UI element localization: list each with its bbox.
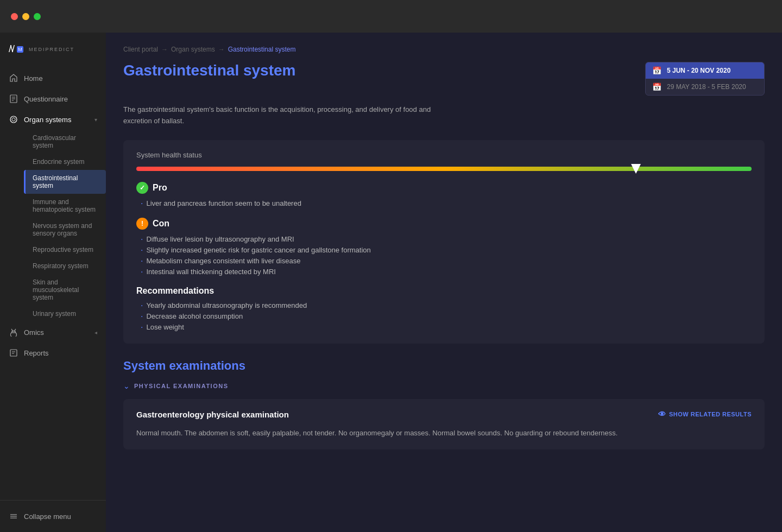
svg-rect-8 <box>10 350 17 356</box>
health-bar-container <box>136 167 752 171</box>
date-secondary: 29 MAY 2018 - 5 FEB 2020 <box>667 83 746 91</box>
traffic-light-red[interactable] <box>11 13 18 20</box>
physical-examinations-header[interactable]: ⌄ PHYSICAL EXAMINATIONS <box>123 382 765 390</box>
recommendations-section: Recommendations Yearly abdominal ultraso… <box>136 286 752 333</box>
logo-text: MEDIPREDICT <box>29 47 74 52</box>
show-results-button[interactable]: 👁 SHOW RELATED RESULTS <box>658 410 752 419</box>
sidebar-item-questionnaire[interactable]: Questionnaire <box>0 88 106 109</box>
breadcrumb: Client portal → Organ systems → Gastroin… <box>123 46 765 53</box>
collapse-menu-label: Collapse menu <box>24 512 71 521</box>
submenu-cardiovascular[interactable]: Cardiovascular system <box>24 130 106 154</box>
sidebar-item-omics-label: Omics <box>24 328 44 337</box>
calendar-icon-secondary: 📅 <box>652 83 661 91</box>
questionnaire-icon <box>9 94 18 104</box>
omics-chevron: ◂ <box>94 330 97 335</box>
logo: /\/ M MEDIPREDICT <box>0 43 106 68</box>
breadcrumb-organ-systems[interactable]: Organ systems <box>171 46 215 53</box>
examinations-section: System examinations ⌄ PHYSICAL EXAMINATI… <box>123 359 765 450</box>
pro-label: ✓ Pro <box>136 182 752 194</box>
con-item-3: Metabolism changes consistent with liver… <box>141 256 752 267</box>
main-content: Client portal → Organ systems → Gastroin… <box>106 33 782 532</box>
pro-list: Liver and pancreas function seem to be u… <box>136 198 752 209</box>
page-description: The gastrointestinal system's basic func… <box>123 104 449 127</box>
home-icon <box>9 73 18 83</box>
date-row-secondary[interactable]: 📅 29 MAY 2018 - 5 FEB 2020 <box>646 79 764 95</box>
logo-icon: M <box>17 46 23 53</box>
rec-item-2: Decrease alcohol consumption <box>141 311 752 322</box>
submenu-gastrointestinal[interactable]: Gastrointestinal system <box>24 170 106 194</box>
con-list: Diffuse liver lesion by ultrasonography … <box>136 234 752 277</box>
health-bar <box>136 167 752 171</box>
con-item-4: Intestinal wall thickening detected by M… <box>141 267 752 277</box>
submenu-endocrine[interactable]: Endocrine system <box>24 154 106 170</box>
app-layout: /\/ M MEDIPREDICT Home Qu <box>0 33 782 532</box>
con-item-2: Slightly increased genetic risk for gast… <box>141 245 752 256</box>
eye-icon: 👁 <box>658 410 666 419</box>
submenu-respiratory[interactable]: Respiratory system <box>24 258 106 274</box>
sidebar-item-questionnaire-label: Questionnaire <box>24 95 68 103</box>
pro-item-1: Liver and pancreas function seem to be u… <box>141 198 752 209</box>
traffic-light-yellow[interactable] <box>22 13 29 20</box>
collapse-icon <box>9 511 18 521</box>
sidebar-item-home[interactable]: Home <box>0 68 106 88</box>
pro-section: ✓ Pro Liver and pancreas function seem t… <box>136 182 752 209</box>
exam-card-header: Gastroenterology physical examination 👁 … <box>136 410 752 419</box>
page-header: Gastrointestinal system 📅 5 JUN - 20 NOV… <box>123 62 765 96</box>
health-status-card: System health status ✓ Pro Liver and pan… <box>123 140 765 344</box>
recommendations-list: Yearly abdominal ultrasonography is reco… <box>136 300 752 333</box>
svg-point-4 <box>10 116 17 123</box>
breadcrumb-client-portal[interactable]: Client portal <box>123 46 158 53</box>
organ-systems-icon <box>9 115 18 124</box>
show-results-label: SHOW RELATED RESULTS <box>669 411 752 417</box>
date-selector[interactable]: 📅 5 JUN - 20 NOV 2020 📅 29 MAY 2018 - 5 … <box>645 62 765 96</box>
health-indicator <box>631 164 641 174</box>
date-primary: 5 JUN - 20 NOV 2020 <box>667 67 730 74</box>
sidebar: /\/ M MEDIPREDICT Home Qu <box>0 33 106 532</box>
con-item-1: Diffuse liver lesion by ultrasonography … <box>141 234 752 245</box>
reports-icon <box>9 348 18 358</box>
submenu-reproductive[interactable]: Reproductive system <box>24 242 106 258</box>
traffic-light-green[interactable] <box>34 13 41 20</box>
date-row-primary[interactable]: 📅 5 JUN - 20 NOV 2020 <box>646 62 764 79</box>
sidebar-item-omics[interactable]: Omics ◂ <box>0 322 106 343</box>
submenu-nervous[interactable]: Nervous system and sensory organs <box>24 218 106 242</box>
breadcrumb-arrow-1: → <box>161 46 168 53</box>
health-status-title: System health status <box>136 151 752 159</box>
logo-symbol: /\/ <box>9 43 14 55</box>
breadcrumb-arrow-2: → <box>218 46 225 53</box>
submenu-skin[interactable]: Skin and musculoskeletal system <box>24 274 106 306</box>
physical-label: PHYSICAL EXAMINATIONS <box>134 383 229 389</box>
svg-rect-11 <box>10 514 17 515</box>
collapse-menu-button[interactable]: Collapse menu <box>0 506 106 527</box>
con-label: ! Con <box>136 218 752 230</box>
examinations-title: System examinations <box>123 359 765 373</box>
svg-rect-13 <box>10 518 17 519</box>
exam-card-gastroenterology: Gastroenterology physical examination 👁 … <box>123 399 765 450</box>
sidebar-item-organ-systems[interactable]: Organ systems ▾ <box>0 109 106 130</box>
submenu-immune[interactable]: Immune and hematopoietic system <box>24 194 106 218</box>
submenu-urinary[interactable]: Urinary system <box>24 306 106 322</box>
titlebar <box>0 0 782 33</box>
sidebar-item-reports[interactable]: Reports <box>0 343 106 363</box>
exam-description: Normal mouth. The abdomen is soft, easil… <box>136 428 752 439</box>
organ-systems-submenu: Cardiovascular system Endocrine system G… <box>0 130 106 322</box>
organ-systems-chevron: ▾ <box>94 117 97 123</box>
breadcrumb-current: Gastrointestinal system <box>228 46 296 53</box>
sidebar-item-organ-systems-label: Organ systems <box>24 116 71 124</box>
sidebar-bottom: Collapse menu <box>0 500 106 532</box>
pro-badge: ✓ <box>136 182 148 194</box>
physical-chevron: ⌄ <box>123 382 130 390</box>
exam-card-title: Gastroenterology physical examination <box>136 410 289 419</box>
rec-item-3: Lose weight <box>141 322 752 333</box>
sidebar-item-reports-label: Reports <box>24 349 49 357</box>
omics-icon <box>9 327 18 337</box>
con-badge: ! <box>136 218 148 230</box>
page-title: Gastrointestinal system <box>123 62 295 79</box>
sidebar-item-home-label: Home <box>24 74 43 83</box>
calendar-icon-primary: 📅 <box>652 66 661 75</box>
svg-rect-12 <box>10 516 17 517</box>
recommendations-title: Recommendations <box>136 286 752 296</box>
rec-item-1: Yearly abdominal ultrasonography is reco… <box>141 300 752 311</box>
con-section: ! Con Diffuse liver lesion by ultrasonog… <box>136 218 752 277</box>
